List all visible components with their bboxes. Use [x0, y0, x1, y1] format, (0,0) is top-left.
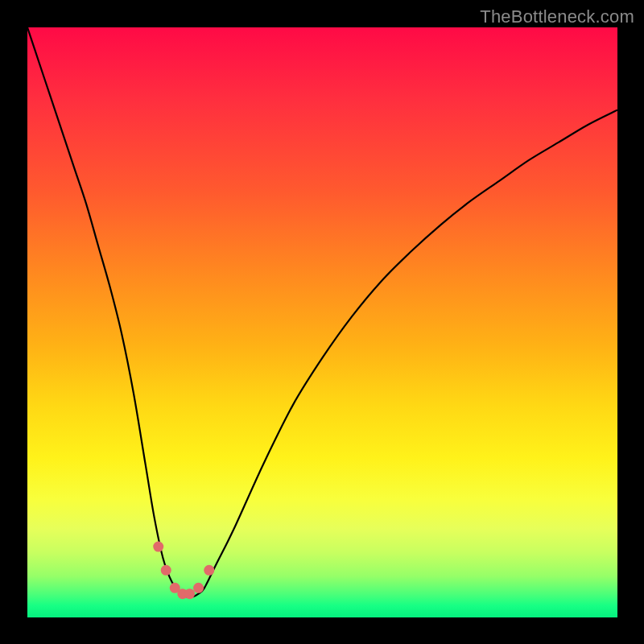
- curve-marker: [204, 565, 214, 576]
- curve-marker: [184, 588, 195, 599]
- curve-marker: [153, 542, 163, 552]
- watermark-text: TheBottleneck.com: [480, 6, 634, 27]
- curve-marker: [161, 565, 171, 576]
- bottleneck-curve: [27, 27, 617, 597]
- curve-marker: [193, 583, 204, 593]
- curve-marker: [177, 588, 188, 599]
- chart-svg: [27, 27, 617, 617]
- chart-frame: TheBottleneck.com: [0, 0, 644, 644]
- marker-group: [153, 542, 214, 600]
- curve-marker: [170, 583, 180, 593]
- plot-area: [27, 27, 617, 617]
